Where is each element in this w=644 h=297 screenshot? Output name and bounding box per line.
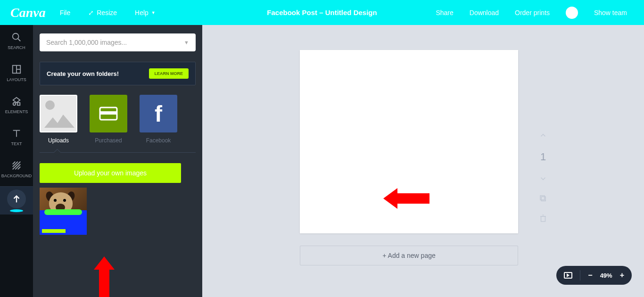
- left-iconbar: SEARCH LAYOUTS ELEMENTS TEXT BACKGROUND: [0, 25, 33, 297]
- order-prints-button[interactable]: Order prints: [515, 9, 550, 16]
- sidebar-text-label: TEXT: [11, 141, 22, 146]
- sidebar-layouts[interactable]: LAYOUTS: [0, 57, 33, 89]
- copy-page-icon[interactable]: [539, 194, 547, 203]
- chevron-down-icon: ▼: [151, 10, 156, 15]
- svg-rect-7: [17, 103, 20, 106]
- help-menu[interactable]: Help ▼: [135, 9, 156, 16]
- download-button[interactable]: Download: [470, 9, 499, 16]
- present-icon[interactable]: [564, 272, 572, 279]
- resize-menu[interactable]: ⤢ Resize: [88, 9, 117, 16]
- elements-icon: [11, 96, 22, 107]
- search-icon: [11, 32, 22, 42]
- trash-icon[interactable]: [539, 214, 547, 223]
- page-number: 1: [540, 151, 546, 163]
- show-team-button[interactable]: Show team: [594, 9, 627, 16]
- category-purchased[interactable]: Purchased: [90, 95, 127, 144]
- image-placeholder-sun-icon: [45, 100, 55, 110]
- sidebar-background[interactable]: BACKGROUND: [0, 153, 33, 185]
- upload-images-button[interactable]: Upload your own images: [40, 163, 181, 183]
- side-panel: Search 1,000,000 images... ▼ Create your…: [33, 25, 202, 297]
- svg-line-14: [18, 167, 21, 170]
- folders-banner: Create your own folders! LEARN MORE: [40, 62, 196, 85]
- zoom-value: 49%: [600, 272, 612, 279]
- svg-rect-20: [540, 196, 545, 200]
- uploaded-image-thumb[interactable]: [40, 188, 87, 235]
- sidebar-background-label: BACKGROUND: [1, 173, 32, 178]
- svg-line-11: [13, 162, 18, 167]
- document-title[interactable]: Facebook Post – Untitled Design: [267, 8, 377, 16]
- zoom-bar: − 49% +: [556, 266, 632, 285]
- chevron-up-icon[interactable]: [539, 131, 547, 140]
- category-facebook-label: Facebook: [146, 137, 171, 144]
- zoom-in-button[interactable]: +: [620, 271, 624, 280]
- resize-icon: ⤢: [88, 9, 94, 16]
- sidebar-uploads[interactable]: [0, 186, 33, 214]
- top-bar: Canva File ⤢ Resize Help ▼ Facebook Post…: [0, 0, 644, 25]
- svg-point-0: [13, 33, 19, 40]
- text-icon: [11, 128, 22, 139]
- svg-line-1: [18, 39, 21, 41]
- card-icon: [99, 107, 118, 121]
- category-tabs: Uploads Purchased f Facebook: [40, 95, 196, 144]
- sidebar-elements-label: ELEMENTS: [5, 109, 28, 114]
- chevron-down-icon: ▼: [184, 40, 189, 45]
- svg-rect-19: [541, 197, 545, 201]
- learn-more-button[interactable]: LEARN MORE: [149, 68, 189, 79]
- sidebar-elements[interactable]: ELEMENTS: [0, 89, 33, 121]
- svg-point-6: [13, 103, 16, 106]
- avatar[interactable]: [566, 7, 578, 19]
- search-input[interactable]: Search 1,000,000 images... ▼: [40, 33, 196, 51]
- upload-icon: [11, 194, 22, 204]
- canvas-area: + Add a new page 1: [202, 25, 644, 297]
- svg-marker-16: [44, 115, 74, 128]
- file-menu[interactable]: File: [60, 9, 71, 16]
- sidebar-search[interactable]: SEARCH: [0, 25, 33, 57]
- upload-swoosh-icon: [10, 209, 23, 212]
- svg-marker-5: [13, 98, 20, 103]
- divider: [580, 270, 580, 280]
- background-icon: [11, 160, 22, 171]
- help-label: Help: [135, 9, 149, 16]
- category-facebook[interactable]: f Facebook: [140, 95, 177, 144]
- svg-rect-18: [100, 111, 117, 115]
- folders-banner-text: Create your own folders!: [47, 70, 119, 77]
- layouts-icon: [11, 64, 22, 74]
- svg-rect-21: [541, 216, 545, 222]
- divider: [40, 152, 196, 153]
- canva-logo[interactable]: Canva: [10, 5, 46, 20]
- page-tools: 1: [539, 131, 547, 223]
- sidebar-layouts-label: LAYOUTS: [7, 77, 26, 82]
- canvas-page[interactable]: [300, 50, 518, 233]
- annotation-arrow-up: [99, 269, 109, 297]
- chevron-down-icon[interactable]: [539, 174, 547, 183]
- share-button[interactable]: Share: [436, 9, 453, 16]
- search-placeholder: Search 1,000,000 images...: [46, 39, 127, 46]
- category-uploads[interactable]: Uploads: [40, 95, 77, 144]
- sidebar-search-label: SEARCH: [8, 45, 25, 50]
- zoom-out-button[interactable]: −: [588, 271, 592, 280]
- image-placeholder-mountains-icon: [44, 114, 74, 128]
- category-uploads-label: Uploads: [48, 137, 69, 144]
- resize-label: Resize: [97, 9, 117, 16]
- svg-line-10: [13, 162, 16, 165]
- sidebar-text[interactable]: TEXT: [0, 121, 33, 153]
- facebook-icon: f: [155, 101, 162, 127]
- svg-line-13: [15, 164, 20, 169]
- category-purchased-label: Purchased: [95, 137, 122, 144]
- topbar-right: Share Download Order prints Show team: [436, 7, 627, 19]
- add-page-button[interactable]: + Add a new page: [300, 246, 518, 265]
